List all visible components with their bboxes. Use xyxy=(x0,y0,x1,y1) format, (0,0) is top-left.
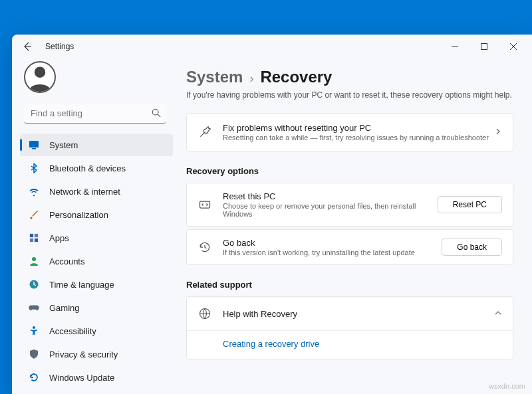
svg-rect-6 xyxy=(35,234,38,237)
sidebar-item-personalization[interactable]: Personalization xyxy=(20,203,173,226)
svg-point-9 xyxy=(32,257,36,261)
sidebar-item-label: Gaming xyxy=(49,303,80,313)
breadcrumb: System › Recovery xyxy=(186,68,513,86)
reset-pc-desc: Choose to keep or remove your personal f… xyxy=(223,202,430,218)
settings-window: Settings SystemBluetooth & devicesNetwor… xyxy=(12,35,532,394)
chevron-right-icon xyxy=(494,126,502,138)
sidebar-item-label: Time & language xyxy=(49,280,114,290)
accessibility-icon xyxy=(28,325,40,337)
svg-rect-4 xyxy=(32,148,36,149)
main-content: System › Recovery If you're having probl… xyxy=(178,58,532,394)
recovery-drive-link[interactable]: Creating a recovery drive xyxy=(223,339,319,349)
svg-rect-3 xyxy=(29,141,39,148)
svg-point-11 xyxy=(33,326,35,329)
help-recovery-card: Help with Recovery Creating a recovery d… xyxy=(186,296,513,359)
go-back-button[interactable]: Go back xyxy=(442,239,502,256)
go-back-text: Go back If this version isn't working, t… xyxy=(223,238,434,256)
search-input[interactable] xyxy=(24,104,166,124)
search-container xyxy=(24,104,166,124)
back-button[interactable] xyxy=(16,35,39,58)
svg-rect-5 xyxy=(30,234,33,237)
sidebar-item-time-language[interactable]: Time & language xyxy=(20,273,173,296)
fix-problems-desc: Resetting can take a while — first, try … xyxy=(223,134,494,142)
fix-problems-card[interactable]: Fix problems without resetting your PC R… xyxy=(186,113,513,151)
sidebar-item-accessibility[interactable]: Accessibility xyxy=(20,320,173,342)
watermark: wsxdn.com xyxy=(489,382,525,390)
clock-icon xyxy=(28,278,40,290)
minimize-icon xyxy=(452,43,458,50)
globe-help-icon xyxy=(198,306,212,321)
svg-rect-7 xyxy=(30,239,33,242)
sidebar-item-label: Apps xyxy=(49,233,69,243)
sidebar-item-network-internet[interactable]: Network & internet xyxy=(20,180,173,203)
apps-icon xyxy=(28,232,40,244)
sidebar-item-label: Network & internet xyxy=(49,187,120,197)
reset-pc-title: Reset this PC xyxy=(223,191,430,201)
go-back-title: Go back xyxy=(223,238,434,248)
page-subtitle: If you're having problems with your PC o… xyxy=(186,90,513,100)
sidebar-item-label: Bluetooth & devices xyxy=(49,163,126,173)
breadcrumb-current: Recovery xyxy=(260,68,332,86)
help-recovery-title: Help with Recovery xyxy=(223,309,494,319)
back-arrow-icon xyxy=(22,41,33,52)
fix-problems-title: Fix problems without resetting your PC xyxy=(223,123,494,133)
sidebar-item-label: Accounts xyxy=(49,256,84,266)
nav-list: SystemBluetooth & devicesNetwork & inter… xyxy=(12,133,178,394)
go-back-desc: If this version isn't working, try unins… xyxy=(223,248,434,256)
sidebar: SystemBluetooth & devicesNetwork & inter… xyxy=(12,58,178,394)
system-icon xyxy=(28,139,40,151)
sidebar-item-bluetooth-devices[interactable]: Bluetooth & devices xyxy=(20,157,173,179)
update-icon xyxy=(28,371,40,383)
recovery-options-heading: Recovery options xyxy=(186,166,513,176)
close-button[interactable] xyxy=(499,35,528,58)
related-support-heading: Related support xyxy=(186,280,513,290)
breadcrumb-separator: › xyxy=(249,72,253,86)
titlebar: Settings xyxy=(12,35,532,58)
person-silhouette-icon xyxy=(25,62,55,92)
brush-icon xyxy=(28,209,40,221)
reset-pc-card: Reset this PC Choose to keep or remove y… xyxy=(186,183,513,227)
fix-problems-text: Fix problems without resetting your PC R… xyxy=(223,123,494,142)
wifi-icon xyxy=(28,185,40,197)
window-title: Settings xyxy=(45,42,74,51)
svg-rect-12 xyxy=(200,201,210,208)
sidebar-item-label: Privacy & security xyxy=(49,349,118,359)
sidebar-item-accounts[interactable]: Accounts xyxy=(20,250,173,272)
svg-rect-8 xyxy=(35,239,38,242)
close-icon xyxy=(510,43,517,50)
person-icon xyxy=(28,255,40,267)
account-header[interactable] xyxy=(12,61,178,101)
sidebar-item-privacy-security[interactable]: Privacy & security xyxy=(20,343,173,365)
reset-icon xyxy=(198,197,212,212)
go-back-card: Go back If this version isn't working, t… xyxy=(186,229,513,265)
search-icon xyxy=(152,108,161,120)
sidebar-item-label: Accessibility xyxy=(49,326,96,336)
chevron-up-icon xyxy=(494,308,502,320)
help-recovery-text: Help with Recovery xyxy=(223,309,494,319)
help-recovery-body: Creating a recovery drive xyxy=(187,330,513,359)
sidebar-item-windows-update[interactable]: Windows Update xyxy=(20,366,173,389)
svg-rect-0 xyxy=(481,44,487,50)
history-icon xyxy=(198,240,212,254)
svg-point-2 xyxy=(152,109,158,115)
sidebar-item-label: Personalization xyxy=(49,210,108,220)
sidebar-item-apps[interactable]: Apps xyxy=(20,227,173,249)
sidebar-item-system[interactable]: System xyxy=(20,134,173,156)
help-recovery-header[interactable]: Help with Recovery xyxy=(187,297,513,330)
reset-pc-button[interactable]: Reset PC xyxy=(438,196,502,213)
gamepad-icon xyxy=(28,302,40,314)
shield-icon xyxy=(28,348,40,360)
wrench-icon xyxy=(198,125,212,140)
maximize-icon xyxy=(481,43,487,50)
breadcrumb-parent[interactable]: System xyxy=(186,68,243,86)
sidebar-item-gaming[interactable]: Gaming xyxy=(20,296,173,319)
minimize-button[interactable] xyxy=(440,35,469,58)
sidebar-item-label: Windows Update xyxy=(49,373,114,383)
maximize-button[interactable] xyxy=(469,35,499,58)
sidebar-item-label: System xyxy=(49,140,78,150)
bluetooth-icon xyxy=(28,162,40,174)
svg-point-1 xyxy=(35,66,46,78)
avatar xyxy=(24,61,56,93)
window-controls xyxy=(440,35,528,58)
reset-pc-text: Reset this PC Choose to keep or remove y… xyxy=(223,191,430,218)
